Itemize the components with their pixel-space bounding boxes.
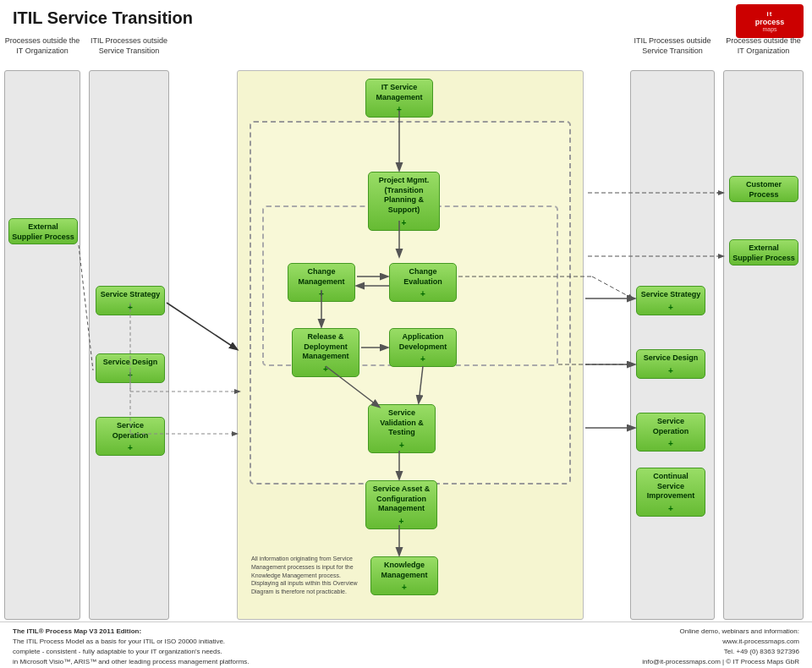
release-deployment-box[interactable]: Release & Deployment Management +: [292, 328, 359, 377]
footer-right-text3: info@it-processmaps.com | © IT Process M…: [642, 657, 799, 667]
footer-right-text1: www.it-processmaps.com: [642, 637, 799, 647]
footer-right-bold: Online demo, webinars and information:: [642, 627, 799, 637]
lane-right1: [630, 70, 715, 620]
logo-bottom: process: [755, 18, 785, 26]
col-header-left1: Processes outside the IT Organization: [4, 36, 80, 56]
page-title: ITIL Service Transition: [0, 0, 812, 32]
logo: it process maps: [736, 4, 804, 38]
change-evaluation-box[interactable]: Change Evaluation +: [389, 263, 457, 302]
application-dev-box[interactable]: Application Development +: [389, 328, 457, 367]
svg-line-13: [167, 303, 237, 349]
logo-sub: maps: [762, 26, 776, 32]
col-header-left2: ITIL Processes outside Service Transitio…: [89, 36, 169, 56]
footer-right: Online demo, webinars and information: w…: [642, 627, 799, 664]
service-strategy-left-box[interactable]: Service Strategy +: [96, 286, 165, 315]
footer-left-bold: The ITIL® Process Map V3 2011 Edition:: [13, 627, 250, 637]
footer-left-text2: complete - consistent - fully adaptable …: [13, 647, 250, 657]
service-operation-right-box[interactable]: Service Operation +: [636, 413, 705, 452]
service-asset-box[interactable]: Service Asset & Configuration Management…: [365, 480, 437, 529]
continual-service-box[interactable]: Continual Service Improvement +: [636, 468, 705, 517]
service-design-right-box[interactable]: Service Design +: [636, 349, 705, 379]
customer-process-box[interactable]: Customer Process: [729, 176, 798, 202]
change-management-box[interactable]: Change Management +: [288, 263, 355, 302]
footer-left-text1: The ITIL Process Model as a basis for yo…: [13, 637, 250, 647]
lane-left2: [89, 70, 169, 620]
footer-left: The ITIL® Process Map V3 2011 Edition: T…: [13, 627, 250, 664]
service-strategy-right-box[interactable]: Service Strategy +: [636, 286, 705, 315]
svg-line-11: [592, 277, 633, 298]
footer-right-text2: Tel. +49 (0) 8363 927396: [642, 647, 799, 657]
external-supplier-right-box[interactable]: External Supplier Process: [729, 239, 798, 266]
footer-left-text3: in Microsoft Visio™, ARIS™ and other lea…: [13, 657, 250, 667]
it-service-management-box[interactable]: IT Service Management +: [365, 79, 433, 118]
knowledge-box[interactable]: Knowledge Management +: [370, 556, 438, 595]
service-operation-left-box[interactable]: Service Operation +: [96, 417, 165, 456]
diagram-area: Processes outside the IT Organization IT…: [0, 36, 812, 637]
project-mgmt-box[interactable]: Project Mgmt. (Transition Planning & Sup…: [368, 172, 440, 231]
col-header-right1: ITIL Processes outside Service Transitio…: [630, 36, 715, 56]
footer: The ITIL® Process Map V3 2011 Edition: T…: [0, 621, 812, 668]
info-text: All information originating from Service…: [251, 555, 361, 596]
service-design-left-box[interactable]: Service Design +: [96, 353, 165, 383]
service-validation-box[interactable]: Service Validation & Testing +: [368, 404, 436, 453]
lane-left1: [4, 70, 80, 620]
lane-right2: [723, 70, 804, 620]
logo-top: it: [767, 10, 773, 18]
external-supplier-box[interactable]: External Supplier Process: [8, 218, 78, 244]
col-header-right2: Processes outside the IT Organization: [723, 36, 804, 56]
